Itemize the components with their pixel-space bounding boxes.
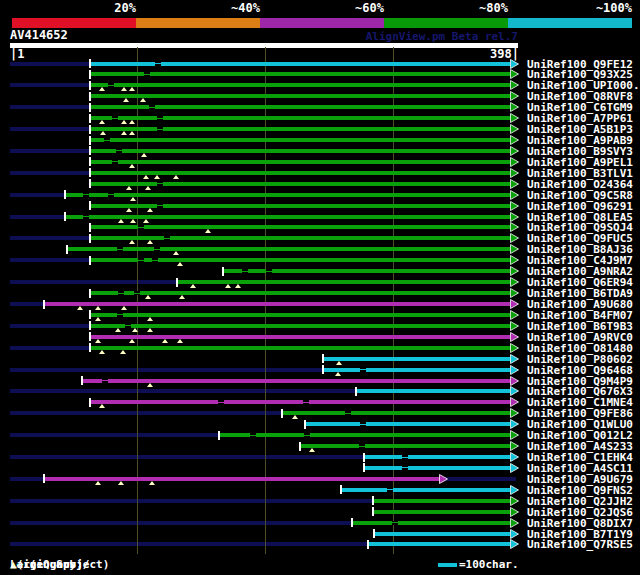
subject-gap-notch — [117, 247, 123, 251]
alignment-bar[interactable] — [341, 488, 510, 492]
alignment-bar[interactable] — [301, 444, 511, 448]
alignment-bar[interactable] — [45, 302, 511, 306]
start-tick — [89, 223, 91, 232]
alignment-bar[interactable] — [91, 72, 510, 76]
alignment-bar[interactable] — [91, 138, 510, 142]
subject-label[interactable]: UniRef100_Q2JQS6 — [527, 507, 633, 518]
subject-label[interactable]: UniRef100_Q8DIX7 — [527, 518, 633, 529]
query-gap-triangle-icon — [126, 186, 132, 190]
alignment-bar[interactable] — [91, 335, 510, 339]
alignment-row: UniRef100_Q7RSE5 — [0, 539, 640, 550]
arrowhead-icon — [510, 496, 519, 506]
alignment-bar[interactable] — [91, 313, 510, 317]
alignment-bar[interactable] — [91, 62, 510, 66]
subject-gap-notch — [154, 247, 160, 251]
query-gap-triangle-icon — [99, 120, 105, 124]
alignment-bar[interactable] — [357, 389, 510, 393]
start-tick — [363, 453, 365, 462]
arrowhead-icon — [510, 397, 519, 407]
query-gap-triangle-icon — [118, 219, 124, 223]
start-tick — [89, 146, 91, 155]
query-gap-triangle-icon — [225, 284, 231, 288]
alignment-bar[interactable] — [373, 510, 510, 514]
start-tick — [281, 409, 283, 418]
alignment-bar[interactable] — [91, 204, 510, 208]
alignment-bar[interactable] — [375, 532, 510, 536]
alignment-bar[interactable] — [68, 247, 510, 251]
start-tick — [89, 136, 91, 145]
alignment-bar[interactable] — [324, 357, 511, 361]
query-gap-triangle-icon — [121, 306, 127, 310]
subject-gap-notch — [402, 466, 408, 470]
alignment-bar[interactable] — [91, 236, 510, 240]
query-gap-triangle-icon — [129, 131, 135, 135]
alignment-bar[interactable] — [364, 466, 510, 470]
start-tick — [89, 59, 91, 68]
subject-gap-notch — [149, 105, 155, 109]
alignment-bar[interactable] — [324, 368, 511, 372]
alignment-bar[interactable] — [91, 116, 510, 120]
alignment-bar[interactable] — [368, 542, 510, 546]
alignment-bar[interactable] — [91, 182, 510, 186]
alignment-bar[interactable] — [283, 411, 510, 415]
subject-label[interactable]: UniRef100_Q96468 — [527, 365, 633, 376]
start-tick — [89, 321, 91, 330]
query-gap-triangle-icon — [99, 404, 105, 408]
subject-gap-notch — [83, 215, 89, 219]
alignment-bar[interactable] — [91, 324, 510, 328]
alignment-bar[interactable] — [91, 400, 510, 404]
scale-segment — [260, 18, 384, 28]
query-gap-triangle-icon — [177, 339, 183, 343]
subject-gap-notch — [360, 368, 366, 372]
query-gap-triangle-icon — [336, 361, 342, 365]
arrowhead-icon — [510, 343, 519, 353]
start-tick — [304, 420, 306, 429]
start-tick — [322, 354, 324, 363]
alignment-bar[interactable] — [353, 521, 510, 525]
arrowhead-icon — [510, 190, 519, 200]
arrowhead-icon — [510, 146, 519, 156]
start-tick — [176, 278, 178, 287]
alignment-bar[interactable] — [373, 499, 510, 503]
arrowhead-icon — [510, 310, 519, 320]
alignment-bar[interactable] — [91, 225, 510, 229]
query-gap-triangle-icon — [147, 208, 153, 212]
arrowhead-icon — [510, 408, 519, 418]
start-tick — [218, 431, 220, 440]
start-tick — [43, 474, 45, 483]
arrowhead-icon — [510, 386, 519, 396]
alignment-bar[interactable] — [91, 160, 510, 164]
arrowhead-icon — [510, 91, 519, 101]
subject-label[interactable]: UniRef100_Q96291 — [527, 201, 633, 212]
subject-gap-notch — [116, 149, 122, 153]
alignment-bar[interactable] — [306, 422, 510, 426]
arrowhead-icon — [510, 441, 519, 451]
arrowhead-icon — [510, 299, 519, 309]
arrowhead-icon — [510, 168, 519, 178]
arrowhead-icon — [510, 518, 519, 528]
alignment-bar[interactable] — [91, 149, 510, 153]
alignment-bar[interactable] — [91, 291, 510, 295]
alignment-bar[interactable] — [364, 455, 510, 459]
query-gap-triangle-icon — [99, 350, 105, 354]
arrowhead-icon — [510, 80, 519, 90]
alignment-bar[interactable] — [91, 83, 510, 87]
gaps-legend: Large gaps: ▲(in Query)/– (in Subject) — [10, 558, 23, 572]
subject-label[interactable]: UniRef100_P80602 — [527, 354, 633, 365]
arrowhead-icon — [510, 135, 519, 145]
start-tick — [89, 289, 91, 298]
subject-gap-notch — [157, 127, 163, 131]
alignment-bar[interactable] — [220, 433, 510, 437]
alignment-row: UniRef100_Q8DIX7 — [0, 518, 640, 529]
alignment-bar[interactable] — [91, 346, 510, 350]
start-tick — [89, 234, 91, 243]
query-gap-triangle-icon — [141, 153, 147, 157]
subject-label[interactable]: UniRef100_Q7RSE5 — [527, 539, 633, 550]
query-gap-triangle-icon — [123, 98, 129, 102]
start-tick — [89, 70, 91, 79]
alignment-bar[interactable] — [91, 94, 510, 98]
subject-gap-notch — [242, 269, 248, 273]
start-tick — [363, 463, 365, 472]
alignment-bar[interactable] — [45, 477, 440, 481]
alignment-bar[interactable] — [91, 127, 510, 131]
